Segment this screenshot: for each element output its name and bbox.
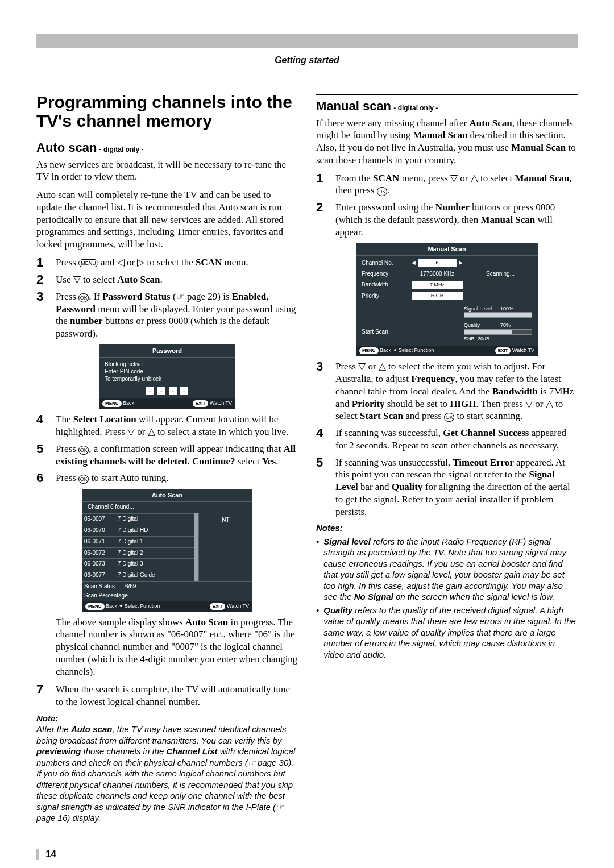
exit-pill-icon: EXIT bbox=[495, 347, 511, 354]
top-grey-bar bbox=[36, 34, 578, 48]
password-osd: Password Blocking active Enter PIN code … bbox=[99, 344, 235, 409]
ok-key-icon: OK bbox=[78, 475, 89, 484]
quality-pct: 70% bbox=[500, 322, 511, 329]
exit-pill-icon: EXIT bbox=[210, 603, 226, 610]
note-body: After the Auto scan, the TV may have sca… bbox=[36, 724, 298, 824]
step-body: From the SCAN menu, press ▽ or △ to sele… bbox=[335, 172, 578, 197]
notes-heading: Notes: bbox=[316, 522, 578, 533]
manual-scan-intro: If there were any missing channel after … bbox=[316, 117, 578, 167]
step-number: 5 bbox=[36, 443, 49, 468]
channel-name: 7 Digital Guide bbox=[115, 570, 194, 581]
pin-entry: ---- bbox=[105, 387, 230, 395]
ok-key-icon: OK bbox=[78, 293, 89, 302]
snr-label: SNR: 20dB bbox=[464, 336, 532, 343]
channel-number: 06-0070 bbox=[82, 525, 115, 536]
channel-no-label: Channel No. bbox=[362, 260, 406, 267]
channel-name: 7 Digital 3 bbox=[115, 559, 194, 570]
priority-label: Priority bbox=[362, 293, 406, 300]
left-arrow-icon: ◀ bbox=[412, 260, 416, 267]
note-bullet: • Quality refers to the quality of the r… bbox=[316, 605, 578, 661]
step-number: 1 bbox=[36, 256, 49, 269]
bandwidth-value: 7 MHz bbox=[412, 281, 463, 289]
menu-pill-icon: MENU bbox=[359, 347, 379, 354]
step-number: 2 bbox=[316, 201, 329, 238]
channel-row: 06-00777 Digital Guide bbox=[82, 570, 194, 581]
osd-text: Blocking active bbox=[105, 361, 230, 368]
auto-scan-heading: Auto scan bbox=[36, 140, 97, 155]
channel-name: 7 Digital 1 bbox=[115, 537, 194, 547]
divider bbox=[36, 89, 298, 89]
auto-scan-subheading: - digital only - bbox=[99, 146, 144, 153]
signal-level-pct: 100% bbox=[500, 306, 513, 313]
frequency-value: 1775000 KHz bbox=[412, 271, 463, 278]
channel-number: 06-0007 bbox=[82, 514, 115, 525]
manual-scan-heading: Manual scan bbox=[316, 99, 391, 113]
note-heading: Note: bbox=[36, 713, 298, 724]
step-body: Press ▽ or △ to select the item you wish… bbox=[335, 360, 578, 422]
step-body: Enter password using the Number buttons … bbox=[335, 201, 578, 238]
scan-status-label: Scan Status bbox=[84, 583, 115, 591]
auto-scan-intro-2: Auto scan will completely re-tune the TV… bbox=[36, 189, 298, 251]
quality-bar bbox=[464, 329, 532, 335]
channel-name: 7 Digital 2 bbox=[115, 548, 194, 559]
signal-level-bar bbox=[464, 312, 532, 318]
scan-status-value: 6/69 bbox=[125, 583, 136, 591]
step-body: If scanning was unsuccessful, Timeout Er… bbox=[335, 456, 578, 518]
ok-key-icon: OK bbox=[78, 446, 89, 455]
menu-key-icon: MENU bbox=[78, 259, 98, 267]
section-header: Getting started bbox=[36, 55, 578, 66]
ok-key-icon: OK bbox=[444, 413, 454, 422]
frequency-label: Frequency bbox=[362, 271, 406, 278]
bandwidth-label: Bandwidth bbox=[362, 281, 406, 289]
menu-pill-icon: MENU bbox=[102, 400, 122, 407]
step-body: When the search is complete, the TV will… bbox=[56, 683, 298, 708]
scan-percentage-label: Scan Percentage bbox=[84, 592, 128, 600]
channel-row: 06-00737 Digital 3 bbox=[82, 558, 194, 570]
step-number: 2 bbox=[36, 273, 49, 286]
channel-no-value: 6 bbox=[418, 259, 457, 267]
page-number: 14 bbox=[36, 849, 578, 860]
osd-text: To temporarily unblock bbox=[105, 376, 230, 383]
step-number: 1 bbox=[316, 172, 329, 197]
note-bullet: • Signal level refers to the input Radio… bbox=[316, 536, 578, 603]
ok-key-icon: OK bbox=[377, 187, 387, 196]
scrollbar bbox=[194, 513, 198, 581]
channel-number: 06-0072 bbox=[82, 548, 115, 559]
step-number: 3 bbox=[36, 290, 49, 340]
osd-title: Auto Scan bbox=[82, 489, 252, 502]
channel-name: 7 Digital bbox=[115, 514, 194, 525]
step-body: Press OK to start Auto tuning. bbox=[56, 472, 298, 484]
manual-scan-subheading: - digital only - bbox=[393, 104, 438, 112]
step-number: 4 bbox=[36, 413, 49, 438]
quality-label: Quality bbox=[464, 322, 497, 329]
channel-number: 06-0073 bbox=[82, 559, 115, 570]
right-column: Manual scan - digital only - If there we… bbox=[316, 89, 578, 823]
osd-title: Manual Scan bbox=[356, 243, 538, 256]
exit-pill-icon: EXIT bbox=[193, 400, 209, 407]
step-body: Press OK, a confirmation screen will app… bbox=[56, 443, 298, 468]
left-column: Programming channels into the TV's chann… bbox=[36, 89, 298, 823]
osd-text: Enter PIN code bbox=[105, 368, 230, 376]
priority-value: HIGH bbox=[412, 292, 463, 300]
osd-found-text: Channel 6 found... bbox=[82, 502, 252, 513]
step-body: If scanning was successful, Get Channel … bbox=[335, 427, 578, 452]
step-body: Use ▽ to select Auto Scan. bbox=[56, 273, 298, 286]
channel-row: 06-00727 Digital 2 bbox=[82, 547, 194, 559]
auto-scan-osd: Auto Scan Channel 6 found... 06-00077 Di… bbox=[82, 489, 252, 611]
osd-title: Password bbox=[99, 344, 235, 358]
step-body: Press OK. If Password Status (☞ page 29)… bbox=[56, 290, 298, 340]
channel-name: 7 Digital HD bbox=[115, 525, 194, 536]
step-number: 5 bbox=[316, 456, 329, 518]
step-number: 6 bbox=[36, 472, 49, 484]
channel-row: 06-00077 Digital bbox=[82, 513, 194, 525]
right-arrow-icon: ▶ bbox=[459, 260, 463, 267]
signal-level-label: Signal Level bbox=[464, 306, 497, 313]
step-body: Press MENU and ◁ or ▷ to select the SCAN… bbox=[56, 256, 298, 269]
manual-scan-osd: Manual Scan Channel No. ◀ 6 ▶ Scanning..… bbox=[356, 243, 538, 356]
auto-scan-intro-1: As new services are broadcast, it will b… bbox=[36, 159, 298, 184]
channel-number: 06-0077 bbox=[82, 570, 115, 581]
scanning-label: Scanning... bbox=[468, 271, 532, 278]
step-number: 3 bbox=[316, 360, 329, 422]
osd-region-label: NT bbox=[198, 513, 252, 581]
start-scan-label: Start Scan bbox=[362, 329, 457, 336]
